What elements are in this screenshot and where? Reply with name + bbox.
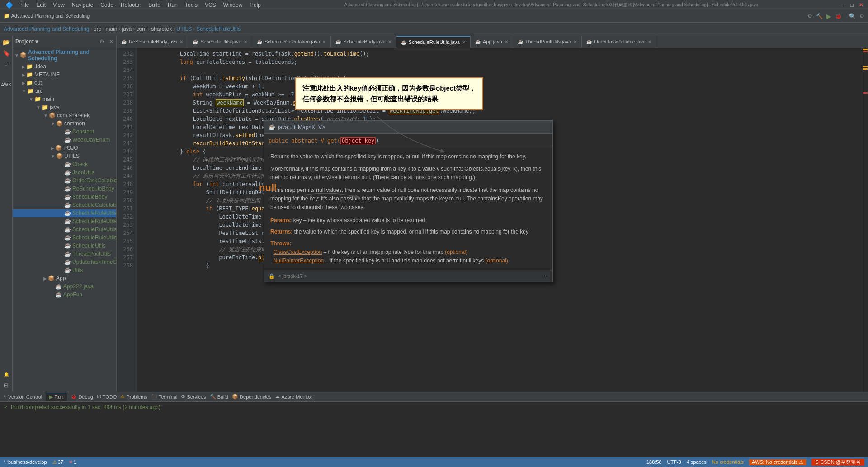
tree-utils[interactable]: ▼ 📦 UTILS bbox=[13, 152, 116, 160]
structure-btn[interactable]: ≡ bbox=[1, 59, 11, 69]
toolbar-settings-icon[interactable]: ⚙ bbox=[859, 13, 864, 19]
menu-tools[interactable]: Tools bbox=[181, 2, 201, 8]
bookmarks-btn[interactable]: 🔖 bbox=[1, 48, 11, 58]
tab-ordertaskcallable[interactable]: ☕ OrderTaskCallable.java ✕ bbox=[582, 36, 656, 48]
tree-check[interactable]: ☕ Check bbox=[13, 160, 116, 168]
tab-schedulebody[interactable]: ☕ ScheduleBody.java ✕ bbox=[331, 36, 396, 48]
menu-edit[interactable]: Edit bbox=[33, 2, 49, 8]
tooltip-more-btn[interactable]: ⋯ bbox=[543, 272, 548, 280]
services-tab[interactable]: ⚙ Services bbox=[181, 394, 206, 400]
tree-updatetasktimecallab[interactable]: ☕ UpdateTaskTimeCallab bbox=[13, 258, 116, 266]
debug-tab[interactable]: 🐞 Debug bbox=[71, 394, 93, 400]
menu-code[interactable]: Code bbox=[97, 2, 117, 8]
project-header-close[interactable]: ✕ bbox=[109, 38, 113, 45]
menu-build[interactable]: Build bbox=[145, 2, 164, 8]
version-control-tab[interactable]: ⑂ Version Control bbox=[4, 394, 42, 400]
toolbar-debug-icon[interactable]: 🐞 bbox=[835, 13, 842, 19]
code-text[interactable]: LocalTime startTime = resultOfTask.getEn… bbox=[137, 48, 862, 392]
tree-idea[interactable]: ▶ 📁 .idea bbox=[13, 62, 116, 71]
tree-main[interactable]: ▼ 📁 main bbox=[13, 95, 116, 103]
notifications-btn[interactable]: 🔔 bbox=[1, 369, 11, 379]
menu-refactor[interactable]: Refactor bbox=[117, 2, 145, 8]
run-tab-active[interactable]: ▶ Run bbox=[46, 393, 67, 401]
tree-utils-file[interactable]: ☕ Utils bbox=[13, 266, 116, 274]
breadcrumb-main[interactable]: main bbox=[105, 26, 117, 32]
build-status-text: Build completed successfully in 1 sec, 8… bbox=[11, 404, 160, 410]
status-no-creds[interactable]: No credentials bbox=[712, 459, 744, 465]
tree-scheduleutils[interactable]: ☕ ScheduleUtils bbox=[13, 242, 116, 250]
menu-run[interactable]: Run bbox=[164, 2, 181, 8]
tree-out[interactable]: ▶ 📁 out bbox=[13, 79, 116, 87]
breadcrumb-src[interactable]: src bbox=[94, 26, 101, 32]
tree-app222[interactable]: ☕ App222.java bbox=[13, 282, 116, 291]
menu-help[interactable]: Help bbox=[246, 2, 264, 8]
status-vcs[interactable]: ⑂ business-develop bbox=[4, 459, 47, 465]
menu-vcs[interactable]: VCS bbox=[201, 2, 220, 8]
dependencies-tab[interactable]: 📦 Dependencies bbox=[232, 394, 271, 400]
tree-common[interactable]: ▼ 📦 common bbox=[13, 119, 116, 128]
tooltip-header: ☕ java.util.Map<K, V> bbox=[264, 121, 552, 134]
toolbar-gear[interactable]: ⚙ bbox=[807, 13, 812, 19]
tab-scheduleutils[interactable]: ☕ ScheduleUtils.java ✕ bbox=[188, 36, 252, 48]
tree-schedulecalculation[interactable]: ☕ ScheduleCalculation bbox=[13, 201, 116, 209]
code-area[interactable]: 232233234235236 237238239240241 24224324… bbox=[117, 48, 868, 392]
tree-scheduleruleutils444[interactable]: ☕ ScheduleRuleUtils444.ja bbox=[13, 234, 116, 242]
breadcrumb-project[interactable]: Advanced Planning and Scheduling bbox=[4, 26, 89, 32]
structure-bottom-btn[interactable]: ⊞ bbox=[1, 380, 11, 390]
project-view-btn[interactable]: 📂 bbox=[1, 37, 11, 47]
breadcrumb-utils[interactable]: UTILS bbox=[176, 26, 192, 32]
toolbar-build-icon[interactable]: 🔨 bbox=[816, 13, 823, 19]
breadcrumb-com[interactable]: com bbox=[137, 26, 147, 32]
status-errors[interactable]: ✕ 1 bbox=[69, 459, 76, 465]
tree-reschedulebody[interactable]: ☕ ReScheduleBody bbox=[13, 185, 116, 193]
tree-root[interactable]: ▼ 📦 Advanced Planning and Scheduling bbox=[13, 48, 116, 62]
breadcrumb-java[interactable]: java bbox=[122, 26, 132, 32]
status-encoding[interactable]: UTF-8 bbox=[667, 459, 681, 465]
tab-schedulecalculation[interactable]: ☕ ScheduleCalculation.java ✕ bbox=[252, 36, 331, 48]
tree-scheduleruleutils[interactable]: ☕ ScheduleRuleUtils bbox=[13, 209, 116, 217]
project-header-gear[interactable]: ⚙ bbox=[99, 38, 104, 45]
tree-ordertaskcallable[interactable]: ☕ OrderTaskCallable bbox=[13, 176, 116, 185]
tree-com-sharetek[interactable]: ▼ 📦 com.sharetek bbox=[13, 111, 116, 119]
aws-toolkit-btn[interactable]: AWS bbox=[1, 80, 11, 90]
build-tab[interactable]: 🔨 Build bbox=[210, 394, 228, 400]
breadcrumb-file[interactable]: ScheduleRuleUtils bbox=[196, 26, 241, 32]
tooltip-signature: public abstract V get(Object key) bbox=[264, 134, 552, 148]
toolbar-search-icon[interactable]: 🔍 bbox=[849, 13, 856, 19]
menu-navigate[interactable]: Navigate bbox=[68, 2, 97, 8]
tab-threadpoolutils[interactable]: ☕ ThreadPoolUtils.java ✕ bbox=[513, 36, 582, 48]
menu-window[interactable]: Window bbox=[220, 2, 246, 8]
tree-scheduleruleutils222[interactable]: ☕ ScheduleRuleUtils222.ja bbox=[13, 217, 116, 225]
breadcrumb-sharetek[interactable]: sharetek bbox=[151, 26, 172, 32]
tree-threadpoolutils[interactable]: ☕ ThreadPoolUtils bbox=[13, 250, 116, 258]
tree-weekdayenum[interactable]: ☕ WeekDayEnum bbox=[13, 136, 116, 144]
win-close[interactable]: ✕ bbox=[856, 2, 866, 8]
menu-bar: 🔷 File Edit View Navigate Code Refactor … bbox=[0, 0, 868, 10]
tree-schedulebody[interactable]: ☕ ScheduleBody bbox=[13, 193, 116, 201]
tree-constant[interactable]: ☕ Constant bbox=[13, 128, 116, 136]
status-warnings[interactable]: ⚠ 37 bbox=[52, 459, 63, 465]
tree-meta-inf[interactable]: ▶ 📁 META-INF bbox=[13, 71, 116, 79]
azure-monitor-tab[interactable]: ☁ Azure Monitor bbox=[275, 394, 312, 400]
tree-pojo[interactable]: ▶ 📦 POJO bbox=[13, 144, 116, 152]
menu-file[interactable]: File bbox=[17, 2, 33, 8]
status-indent[interactable]: 4 spaces bbox=[687, 459, 707, 465]
tree-appfun[interactable]: ☕ AppFun bbox=[13, 291, 116, 299]
tab-app[interactable]: ☕ App.java ✕ bbox=[471, 36, 513, 48]
tree-java[interactable]: ▼ 📁 java bbox=[13, 103, 116, 111]
tab-reschedulebody[interactable]: ☕ ReScheduleBody.java ✕ bbox=[117, 36, 188, 48]
tree-app[interactable]: ▶ 📦 App bbox=[13, 274, 116, 282]
status-aws[interactable]: AWS: No credentials ⚠ bbox=[749, 459, 806, 465]
win-minimize[interactable]: ─ bbox=[838, 2, 848, 8]
problems-tab[interactable]: ⚠ Problems bbox=[120, 394, 147, 400]
terminal-tab[interactable]: ⬛ Terminal bbox=[151, 394, 178, 400]
menu-view[interactable]: View bbox=[49, 2, 68, 8]
tab-scheduleruleutils[interactable]: ☕ ScheduleRuleUtils.java ✕ bbox=[396, 36, 471, 48]
toolbar-run-icon[interactable]: ▶ bbox=[826, 13, 831, 20]
win-maximize[interactable]: □ bbox=[848, 2, 856, 8]
tree-scheduleruleutils333[interactable]: ☕ ScheduleRuleUtils333.ja bbox=[13, 225, 116, 234]
tree-src[interactable]: ▼ 📁 src bbox=[13, 87, 116, 95]
status-line-col[interactable]: 188:58 bbox=[646, 459, 662, 465]
tree-jsonutils[interactable]: ☕ JsonUtils bbox=[13, 168, 116, 176]
todo-tab[interactable]: ☑ TODO bbox=[97, 394, 117, 400]
